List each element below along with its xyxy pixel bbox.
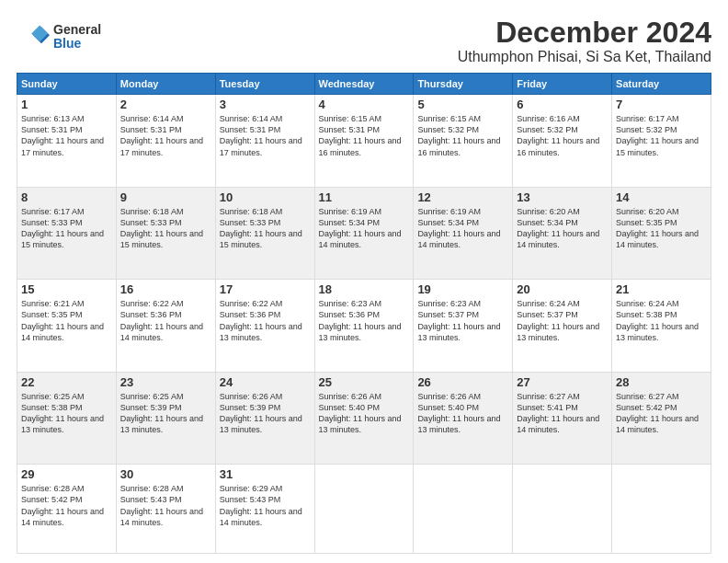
table-row: 12 Sunrise: 6:19 AM Sunset: 5:34 PM Dayl… [414, 187, 513, 280]
table-row: 6 Sunrise: 6:16 AM Sunset: 5:32 PM Dayli… [513, 95, 612, 188]
day-info: Sunrise: 6:15 AM Sunset: 5:32 PM Dayligh… [417, 113, 508, 158]
calendar-week-row: 29 Sunrise: 6:28 AM Sunset: 5:42 PM Dayl… [17, 465, 711, 554]
logo-general: General [53, 23, 101, 37]
day-number: 19 [417, 282, 508, 296]
col-friday: Friday [513, 74, 612, 95]
day-info: Sunrise: 6:16 AM Sunset: 5:32 PM Dayligh… [517, 113, 608, 158]
day-info: Sunrise: 6:25 AM Sunset: 5:39 PM Dayligh… [120, 391, 211, 436]
day-number: 15 [21, 282, 112, 296]
day-number: 16 [120, 282, 211, 296]
table-row: 10 Sunrise: 6:18 AM Sunset: 5:33 PM Dayl… [215, 187, 314, 280]
day-info: Sunrise: 6:22 AM Sunset: 5:36 PM Dayligh… [220, 298, 311, 343]
table-row: 31 Sunrise: 6:29 AM Sunset: 5:43 PM Dayl… [215, 465, 314, 554]
logo: General Blue [17, 20, 101, 53]
table-row [612, 465, 711, 554]
day-info: Sunrise: 6:24 AM Sunset: 5:37 PM Dayligh… [517, 298, 608, 343]
table-row: 16 Sunrise: 6:22 AM Sunset: 5:36 PM Dayl… [116, 280, 215, 373]
day-info: Sunrise: 6:18 AM Sunset: 5:33 PM Dayligh… [120, 206, 211, 251]
header: General Blue December 2024 Uthumphon Phi… [17, 17, 711, 65]
day-number: 29 [21, 467, 112, 481]
day-number: 5 [417, 98, 508, 111]
day-info: Sunrise: 6:21 AM Sunset: 5:35 PM Dayligh… [21, 298, 112, 343]
month-title: December 2024 [458, 17, 711, 49]
day-info: Sunrise: 6:14 AM Sunset: 5:31 PM Dayligh… [220, 113, 311, 158]
day-number: 18 [319, 282, 410, 296]
day-number: 20 [517, 282, 608, 296]
day-number: 26 [417, 375, 508, 389]
day-info: Sunrise: 6:25 AM Sunset: 5:38 PM Dayligh… [21, 391, 112, 436]
calendar-header-row: Sunday Monday Tuesday Wednesday Thursday… [17, 74, 711, 95]
day-number: 3 [220, 98, 311, 111]
day-info: Sunrise: 6:15 AM Sunset: 5:31 PM Dayligh… [319, 113, 410, 158]
day-info: Sunrise: 6:27 AM Sunset: 5:41 PM Dayligh… [517, 391, 608, 436]
calendar-week-row: 22 Sunrise: 6:25 AM Sunset: 5:38 PM Dayl… [17, 372, 711, 465]
col-wednesday: Wednesday [314, 74, 414, 95]
table-row: 1 Sunrise: 6:13 AM Sunset: 5:31 PM Dayli… [17, 95, 117, 188]
day-number: 13 [517, 190, 608, 204]
day-info: Sunrise: 6:17 AM Sunset: 5:33 PM Dayligh… [21, 206, 112, 251]
day-info: Sunrise: 6:28 AM Sunset: 5:43 PM Dayligh… [120, 483, 211, 528]
day-number: 21 [616, 282, 707, 296]
table-row: 9 Sunrise: 6:18 AM Sunset: 5:33 PM Dayli… [116, 187, 215, 280]
day-info: Sunrise: 6:29 AM Sunset: 5:43 PM Dayligh… [220, 483, 311, 528]
day-number: 17 [220, 282, 311, 296]
day-info: Sunrise: 6:26 AM Sunset: 5:40 PM Dayligh… [417, 391, 508, 436]
day-info: Sunrise: 6:17 AM Sunset: 5:32 PM Dayligh… [616, 113, 707, 158]
table-row: 14 Sunrise: 6:20 AM Sunset: 5:35 PM Dayl… [612, 187, 711, 280]
location-title: Uthumphon Phisai, Si Sa Ket, Thailand [458, 49, 711, 65]
table-row: 20 Sunrise: 6:24 AM Sunset: 5:37 PM Dayl… [513, 280, 612, 373]
day-info: Sunrise: 6:18 AM Sunset: 5:33 PM Dayligh… [220, 206, 311, 251]
table-row: 17 Sunrise: 6:22 AM Sunset: 5:36 PM Dayl… [215, 280, 314, 373]
table-row: 30 Sunrise: 6:28 AM Sunset: 5:43 PM Dayl… [116, 465, 215, 554]
day-info: Sunrise: 6:20 AM Sunset: 5:34 PM Dayligh… [517, 206, 608, 251]
calendar-week-row: 15 Sunrise: 6:21 AM Sunset: 5:35 PM Dayl… [17, 280, 711, 373]
col-sunday: Sunday [17, 74, 117, 95]
table-row: 4 Sunrise: 6:15 AM Sunset: 5:31 PM Dayli… [314, 95, 414, 188]
table-row: 19 Sunrise: 6:23 AM Sunset: 5:37 PM Dayl… [414, 280, 513, 373]
logo-blue: Blue [53, 37, 101, 51]
table-row: 24 Sunrise: 6:26 AM Sunset: 5:39 PM Dayl… [215, 372, 314, 465]
table-row: 11 Sunrise: 6:19 AM Sunset: 5:34 PM Dayl… [314, 187, 414, 280]
day-number: 23 [120, 375, 211, 389]
table-row: 3 Sunrise: 6:14 AM Sunset: 5:31 PM Dayli… [215, 95, 314, 188]
col-monday: Monday [116, 74, 215, 95]
day-info: Sunrise: 6:19 AM Sunset: 5:34 PM Dayligh… [417, 206, 508, 251]
table-row: 22 Sunrise: 6:25 AM Sunset: 5:38 PM Dayl… [17, 372, 117, 465]
day-info: Sunrise: 6:26 AM Sunset: 5:39 PM Dayligh… [220, 391, 311, 436]
page: General Blue December 2024 Uthumphon Phi… [0, 0, 728, 563]
day-number: 25 [319, 375, 410, 389]
day-info: Sunrise: 6:23 AM Sunset: 5:37 PM Dayligh… [417, 298, 508, 343]
calendar-week-row: 8 Sunrise: 6:17 AM Sunset: 5:33 PM Dayli… [17, 187, 711, 280]
day-info: Sunrise: 6:14 AM Sunset: 5:31 PM Dayligh… [120, 113, 211, 158]
day-number: 12 [417, 190, 508, 204]
col-saturday: Saturday [612, 74, 711, 95]
calendar-table: Sunday Monday Tuesday Wednesday Thursday… [17, 73, 711, 554]
col-thursday: Thursday [414, 74, 513, 95]
day-number: 7 [616, 98, 707, 111]
day-number: 10 [220, 190, 311, 204]
day-info: Sunrise: 6:19 AM Sunset: 5:34 PM Dayligh… [319, 206, 410, 251]
table-row: 13 Sunrise: 6:20 AM Sunset: 5:34 PM Dayl… [513, 187, 612, 280]
col-tuesday: Tuesday [215, 74, 314, 95]
table-row: 5 Sunrise: 6:15 AM Sunset: 5:32 PM Dayli… [414, 95, 513, 188]
table-row: 28 Sunrise: 6:27 AM Sunset: 5:42 PM Dayl… [612, 372, 711, 465]
title-block: December 2024 Uthumphon Phisai, Si Sa Ke… [458, 17, 711, 65]
day-number: 8 [21, 190, 112, 204]
day-number: 22 [21, 375, 112, 389]
day-number: 1 [21, 98, 112, 111]
day-number: 4 [319, 98, 410, 111]
table-row: 2 Sunrise: 6:14 AM Sunset: 5:31 PM Dayli… [116, 95, 215, 188]
day-info: Sunrise: 6:26 AM Sunset: 5:40 PM Dayligh… [319, 391, 410, 436]
table-row: 29 Sunrise: 6:28 AM Sunset: 5:42 PM Dayl… [17, 465, 117, 554]
logo-text: General Blue [53, 23, 101, 52]
day-info: Sunrise: 6:27 AM Sunset: 5:42 PM Dayligh… [616, 391, 707, 436]
table-row: 26 Sunrise: 6:26 AM Sunset: 5:40 PM Dayl… [414, 372, 513, 465]
day-info: Sunrise: 6:28 AM Sunset: 5:42 PM Dayligh… [21, 483, 112, 528]
day-number: 11 [319, 190, 410, 204]
day-number: 31 [220, 467, 311, 481]
table-row: 25 Sunrise: 6:26 AM Sunset: 5:40 PM Dayl… [314, 372, 414, 465]
table-row: 21 Sunrise: 6:24 AM Sunset: 5:38 PM Dayl… [612, 280, 711, 373]
day-number: 14 [616, 190, 707, 204]
logo-icon [17, 20, 50, 53]
day-number: 9 [120, 190, 211, 204]
